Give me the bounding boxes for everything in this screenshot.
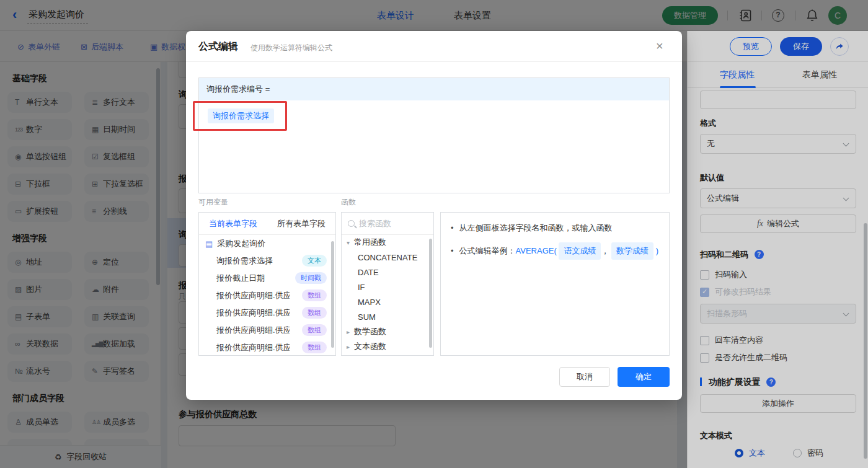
field-button-子表单[interactable]: ▤子表单 (7, 306, 72, 327)
field-button-label: 地址 (26, 257, 42, 268)
share-button[interactable] (830, 37, 849, 56)
variable-item[interactable]: 报价供应商明细.供应...数组 (199, 322, 335, 339)
field-button-流水号[interactable]: №流水号 (7, 361, 72, 382)
field-button-日期时间[interactable]: ▦日期时间 (84, 119, 149, 140)
function-item-DATE[interactable]: DATE (342, 265, 433, 280)
barcode-select[interactable]: 扫描条形码 (700, 304, 856, 324)
field-button-手写签名[interactable]: ✎手写签名 (84, 361, 149, 382)
ok-button[interactable]: 确定 (618, 367, 670, 387)
bell-icon[interactable] (805, 8, 820, 23)
variable-item[interactable]: 报价供应商明细.供应...数组 (199, 339, 335, 356)
add-action-button[interactable]: 添加操作 (700, 394, 856, 413)
variables-root-node[interactable]: ▤采购发起询价 (199, 235, 335, 252)
field-title-input[interactable] (700, 91, 856, 109)
contacts-icon[interactable] (738, 8, 753, 23)
variable-item[interactable]: 报价供应商明细.供应...数组 (199, 287, 335, 304)
field-button-复选框组[interactable]: ☑复选框组 (84, 146, 149, 167)
edit-formula-button[interactable]: fx 编辑公式 (700, 214, 856, 233)
field-button-成员多选[interactable]: ♙♙成员多选 (84, 412, 149, 433)
variable-item[interactable]: 报价截止日期时间戳 (199, 270, 335, 287)
field-button-图片[interactable]: ▨图片 (7, 279, 72, 300)
variable-item[interactable]: 询报价需求选择文本 (199, 252, 335, 270)
field-button-label: 子表单 (26, 311, 50, 322)
field-button-地址[interactable]: ◎地址 (7, 252, 72, 273)
panel-scrollbar[interactable] (864, 223, 867, 459)
help-icon[interactable]: ? (772, 9, 784, 22)
field-button-下拉复选框[interactable]: ⊞下拉复选框 (84, 174, 149, 195)
tab-all-form-fields[interactable]: 所有表单字段 (267, 213, 335, 234)
functions-scrollbar[interactable] (429, 239, 432, 348)
checkbox-allow-qr[interactable]: 是否允许生成二维码 (700, 352, 787, 363)
field-recycle-bin[interactable]: ♻ 字段回收站 (0, 445, 161, 468)
field-button-成员单选[interactable]: ♙成员单选 (7, 412, 72, 433)
checkbox-icon (700, 353, 709, 363)
field-button-关联数据[interactable]: ∞关联数据 (7, 333, 72, 355)
toolbar-link-backend-script[interactable]: ⊠后端脚本 (81, 42, 123, 53)
tab-form-settings[interactable]: 表单设置 (454, 10, 491, 22)
radio-text-mode-text[interactable]: 文本 (735, 448, 765, 459)
formula-editor: 询报价需求编号 = 询报价需求选择 (198, 77, 670, 193)
chevron-right-icon: ▸ (347, 329, 354, 335)
variables-scrollbar[interactable] (331, 241, 334, 348)
field-button-定位[interactable]: ⊕定位 (84, 252, 149, 273)
function-item-IF[interactable]: IF (342, 280, 433, 294)
back-icon[interactable]: ‹ (12, 7, 17, 23)
function-item-SUM[interactable]: SUM (342, 309, 433, 324)
variable-type-badge: 数组 (302, 324, 327, 336)
tab-form-properties[interactable]: 表单属性 (802, 69, 837, 81)
sidebar-scrollbar[interactable] (156, 68, 160, 285)
close-icon[interactable]: × (656, 40, 663, 52)
data-manage-button[interactable]: 数据管理 (662, 6, 718, 25)
field-button-单选按钮组[interactable]: ◉单选按钮组 (7, 146, 72, 167)
tab-field-properties[interactable]: 字段属性 (720, 69, 755, 81)
function-group-常用函数[interactable]: ▾常用函数 (342, 235, 433, 250)
field-button-关联查询[interactable]: ▥关联查询 (84, 306, 149, 327)
tip-line-1: •从左侧面板选择字段名和函数，或输入函数 (451, 221, 660, 235)
formula-equals: = (265, 84, 270, 94)
recycle-icon: ♻ (55, 453, 62, 462)
toolbar-link-form-external[interactable]: ⊘表单外链 (17, 42, 60, 53)
checkbox-scan-input[interactable]: 扫码输入 (700, 269, 747, 280)
question-circle-icon[interactable]: ? (755, 250, 764, 259)
preview-button[interactable]: 预览 (730, 37, 772, 56)
field-button-下拉框[interactable]: ⊟下拉框 (7, 174, 72, 195)
sidebar-section-title: 增强字段 (12, 233, 153, 244)
member-single-icon: ♙ (15, 418, 26, 426)
share-arrow-icon (835, 42, 844, 51)
default-value-select[interactable]: 公式编辑 (700, 188, 856, 208)
field-button-分割线[interactable]: ≡分割线 (84, 201, 149, 222)
tab-current-form-fields[interactable]: 当前表单字段 (199, 213, 267, 234)
field-button-数字[interactable]: 123数字 (7, 119, 72, 140)
function-item-CONCATENATE[interactable]: CONCATENATE (342, 250, 433, 265)
page-title[interactable]: 采购发起询价 (27, 9, 88, 24)
cancel-button[interactable]: 取消 (559, 367, 610, 387)
tab-form-design[interactable]: 表单设计 (377, 10, 414, 22)
field-button-附件[interactable]: ☁附件 (84, 279, 149, 300)
checkbox-checked-icon (700, 288, 709, 297)
variables-tabs: 当前表单字段 所有表单字段 (199, 213, 335, 235)
field-button-label: 单行文本 (26, 97, 58, 108)
field-button-多行文本[interactable]: ≣多行文本 (84, 92, 149, 113)
field-button-单行文本[interactable]: T单行文本 (7, 92, 72, 113)
checkbox-enter-clear[interactable]: 回车清空内容 (700, 335, 763, 346)
radio-text-mode-password[interactable]: 密码 (793, 448, 823, 459)
variable-item[interactable]: 报价供应商明细.供应商数组 (199, 304, 335, 322)
field-button-数据加载[interactable]: ▂▅▇数据加载 (84, 333, 149, 355)
formula-input-area[interactable]: 询报价需求选择 (199, 100, 669, 123)
avatar[interactable]: C (828, 6, 847, 25)
format-select[interactable]: 无 (700, 134, 856, 154)
function-search-input[interactable]: 搜索函数 (342, 213, 433, 235)
fx-icon: fx (757, 219, 763, 229)
checkbox-icon (700, 270, 709, 280)
field-button-label: 流水号 (26, 366, 50, 377)
save-button[interactable]: 保存 (780, 37, 822, 56)
field-button-扩展按钮[interactable]: ▭扩展按钮 (7, 201, 72, 222)
checkbox-modify-scan-result[interactable]: 可修改扫码结果 (700, 286, 771, 298)
field-button-grid: ◎地址⊕定位▨图片☁附件▤子表单▥关联查询∞关联数据▂▅▇数据加载№流水号✎手写… (7, 252, 153, 382)
function-group-文本函数[interactable]: ▸文本函数 (342, 339, 433, 354)
form-field-input[interactable] (179, 425, 396, 446)
function-group-数学函数[interactable]: ▸数学函数 (342, 324, 433, 339)
formula-field-chip[interactable]: 询报价需求选择 (208, 108, 274, 123)
function-item-MAPX[interactable]: MAPX (342, 294, 433, 309)
question-circle-icon[interactable]: ? (766, 377, 776, 387)
